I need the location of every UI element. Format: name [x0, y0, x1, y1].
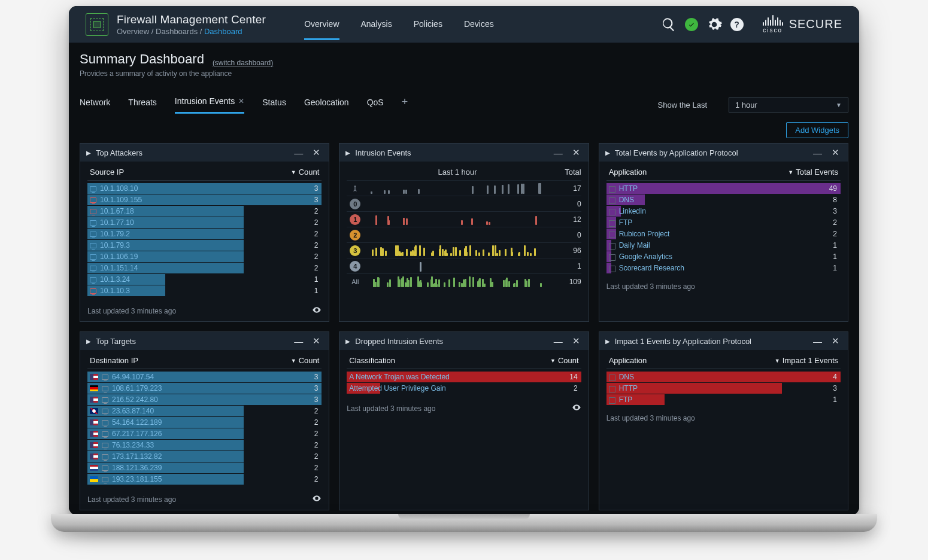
table-row[interactable]: Rubicon Project2: [606, 229, 841, 239]
timeline-row[interactable]: 00: [347, 196, 581, 211]
switch-dashboard-link[interactable]: (switch dashboard): [213, 59, 273, 67]
row-checkbox[interactable]: [609, 266, 615, 272]
close-icon[interactable]: ✕: [310, 336, 323, 346]
table-row[interactable]: Attempted User Privilege Gain2: [347, 383, 581, 394]
tab-threats[interactable]: Threats: [128, 96, 156, 114]
table-row[interactable]: HTTP3: [606, 383, 841, 394]
table-row[interactable]: LinkedIn3: [606, 206, 841, 217]
col-impact1-events[interactable]: Impact 1 Events: [783, 356, 838, 365]
sort-desc-icon[interactable]: ▼: [775, 358, 780, 364]
collapse-icon[interactable]: ▶: [605, 150, 610, 156]
col-count[interactable]: Count: [558, 356, 579, 365]
tab-intrusion-events[interactable]: Intrusion Events✕: [175, 96, 244, 114]
table-row[interactable]: 23.63.87.1402: [87, 406, 322, 416]
timeline-row[interactable]: 112: [347, 211, 581, 227]
table-row[interactable]: 10.1.3.241: [87, 274, 322, 285]
classification-link[interactable]: A Network Trojan was Detected: [349, 373, 449, 381]
table-row[interactable]: 67.217.177.1262: [87, 428, 322, 439]
table-row[interactable]: FTP1: [606, 394, 841, 405]
ip-link[interactable]: 10.1.108.10: [100, 184, 138, 193]
ip-link[interactable]: 173.171.132.82: [112, 452, 162, 461]
col-destination-ip[interactable]: Destination IP: [90, 356, 138, 365]
add-widgets-button[interactable]: Add Widgets: [786, 122, 848, 138]
eye-icon[interactable]: [312, 305, 322, 316]
timeline-row[interactable]: 41: [347, 258, 581, 273]
ip-link[interactable]: 216.52.242.80: [112, 395, 158, 404]
breadcrumb-l3[interactable]: Dashboard: [204, 27, 242, 36]
collapse-icon[interactable]: ▶: [86, 150, 91, 156]
app-link[interactable]: HTTP: [619, 184, 638, 193]
table-row[interactable]: DNS4: [606, 372, 841, 382]
table-row[interactable]: 54.164.122.1892: [87, 417, 322, 428]
ip-link[interactable]: 10.1.109.155: [100, 196, 142, 204]
ip-link[interactable]: 10.1.79.2: [100, 230, 130, 238]
collapse-icon[interactable]: ▶: [86, 338, 91, 345]
table-row[interactable]: 10.1.67.182: [87, 206, 322, 217]
classification-link[interactable]: Attempted User Privilege Gain: [349, 384, 445, 392]
row-checkbox[interactable]: [609, 232, 615, 238]
table-row[interactable]: 10.1.77.102: [87, 217, 322, 228]
sort-desc-icon[interactable]: ▼: [550, 358, 556, 364]
close-icon[interactable]: ✕: [829, 147, 842, 158]
app-link[interactable]: FTP: [619, 395, 633, 404]
nav-devices[interactable]: Devices: [464, 8, 494, 40]
table-row[interactable]: 10.1.10.31: [87, 285, 322, 296]
close-icon[interactable]: ✕: [570, 147, 583, 158]
col-application[interactable]: Application: [609, 356, 647, 365]
row-checkbox[interactable]: [609, 386, 615, 392]
deploy-status-icon[interactable]: [685, 18, 698, 31]
table-row[interactable]: 173.171.132.822: [87, 451, 322, 462]
col-total-events[interactable]: Total Events: [796, 168, 838, 176]
minimize-icon[interactable]: —: [292, 148, 305, 158]
minimize-icon[interactable]: —: [811, 148, 824, 158]
col-count[interactable]: Count: [299, 356, 320, 365]
ip-link[interactable]: 76.13.234.33: [112, 441, 154, 449]
col-classification[interactable]: Classification: [349, 356, 395, 365]
row-checkbox[interactable]: [609, 209, 615, 215]
close-icon[interactable]: ✕: [310, 147, 323, 158]
timeline-row[interactable]: 20: [347, 227, 581, 242]
table-row[interactable]: 10.1.79.22: [87, 229, 322, 239]
table-row[interactable]: 76.13.234.332: [87, 440, 322, 451]
row-checkbox[interactable]: [609, 397, 615, 404]
table-row[interactable]: A Network Trojan was Detected14: [347, 372, 581, 382]
minimize-icon[interactable]: —: [811, 336, 824, 346]
minimize-icon[interactable]: —: [292, 336, 305, 346]
tab-close-icon[interactable]: ✕: [238, 97, 244, 105]
col-source-ip[interactable]: Source IP: [90, 168, 124, 176]
ip-link[interactable]: 67.217.177.126: [112, 430, 162, 438]
table-row[interactable]: 64.94.107.543: [87, 372, 322, 382]
timeline-row[interactable]: 396: [347, 242, 581, 258]
col-count[interactable]: Count: [299, 168, 320, 176]
close-icon[interactable]: ✕: [570, 336, 583, 346]
ip-link[interactable]: 23.63.87.140: [112, 407, 154, 415]
table-row[interactable]: 10.1.79.32: [87, 240, 322, 251]
row-checkbox[interactable]: [609, 243, 615, 249]
app-link[interactable]: Rubicon Project: [619, 230, 670, 238]
ip-link[interactable]: 10.1.79.3: [100, 241, 130, 249]
timeline-row[interactable]: 17: [347, 180, 581, 196]
row-checkbox[interactable]: [609, 186, 615, 193]
ip-link[interactable]: 64.94.107.54: [112, 373, 154, 381]
tab-geolocation[interactable]: Geolocation: [304, 96, 349, 114]
nav-analysis[interactable]: Analysis: [361, 8, 392, 40]
app-link[interactable]: Scorecard Research: [619, 264, 684, 272]
minimize-icon[interactable]: —: [551, 148, 565, 158]
search-icon[interactable]: [661, 17, 677, 32]
tab-qos[interactable]: QoS: [367, 96, 384, 114]
minimize-icon[interactable]: —: [551, 336, 565, 346]
table-row[interactable]: Daily Mail1: [606, 240, 841, 251]
table-row[interactable]: 10.1.108.103: [87, 183, 322, 194]
eye-icon[interactable]: [572, 403, 581, 414]
timeline-row[interactable]: All109: [347, 273, 581, 289]
table-row[interactable]: 188.121.36.2392: [87, 462, 322, 473]
row-checkbox[interactable]: [609, 375, 615, 381]
nav-overview[interactable]: Overview: [304, 8, 339, 40]
eye-icon[interactable]: [312, 494, 322, 505]
ip-link[interactable]: 10.1.106.19: [100, 252, 138, 261]
table-row[interactable]: 193.23.181.1552: [87, 474, 322, 485]
table-row[interactable]: 10.1.106.192: [87, 251, 322, 262]
add-tab-icon[interactable]: +: [402, 96, 408, 114]
help-icon[interactable]: ?: [730, 18, 744, 31]
app-link[interactable]: DNS: [619, 373, 634, 381]
